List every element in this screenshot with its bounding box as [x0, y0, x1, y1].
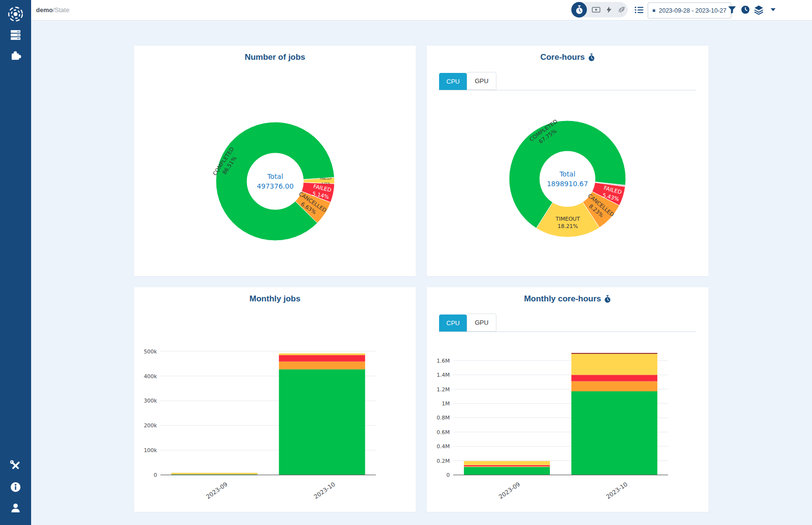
svg-text:0.8M: 0.8M: [437, 415, 450, 421]
metric-toggle-group: [571, 2, 628, 18]
svg-text:2023-09: 2023-09: [497, 481, 521, 500]
puzzle-icon: [10, 49, 21, 61]
svg-text:Total: Total: [559, 170, 576, 178]
svg-text:1M: 1M: [442, 401, 450, 407]
svg-text:0.2M: 0.2M: [437, 458, 450, 464]
sidebar-item-user[interactable]: [10, 502, 21, 514]
corehours-pie-card: Core-hours CPU GPU FAILED5.43%CANCELLED8…: [427, 46, 708, 276]
resources-button[interactable]: [754, 5, 764, 15]
tab-gpu[interactable]: GPU: [467, 72, 496, 90]
list-icon: [634, 5, 644, 15]
sidebar-item-systems[interactable]: [10, 29, 21, 41]
svg-text:2023-09: 2023-09: [205, 481, 229, 500]
jobs-pie-card: Number of jobs TIMEOUT1.71%FAILED5.14%CA…: [134, 46, 416, 276]
caret-down-icon: [771, 8, 776, 11]
svg-text:2023-10: 2023-10: [313, 481, 336, 500]
svg-text:0: 0: [154, 472, 157, 478]
date-range-picker[interactable]: 2023-09-28 - 2023-10-27: [648, 2, 731, 18]
clock-icon: [741, 5, 750, 15]
svg-text:300k: 300k: [144, 398, 158, 404]
svg-text:400k: 400k: [144, 373, 158, 380]
svg-text:Total: Total: [267, 173, 283, 180]
calendar-icon: [653, 6, 655, 15]
svg-text:0.6M: 0.6M: [437, 429, 450, 436]
svg-text:1.4M: 1.4M: [437, 372, 450, 378]
tab-cpu[interactable]: CPU: [439, 73, 467, 90]
filter-icon: [727, 5, 737, 15]
sidebar-item-info[interactable]: [10, 482, 21, 493]
svg-text:200k: 200k: [144, 422, 158, 429]
more-options-button[interactable]: [771, 8, 776, 11]
metric-banknote-button[interactable]: [591, 5, 601, 14]
layers-icon: [754, 5, 764, 15]
tab-cpu[interactable]: CPU: [439, 315, 467, 332]
bolt-icon: [605, 5, 613, 14]
svg-text:0: 0: [446, 472, 450, 478]
tab-gpu[interactable]: GPU: [467, 314, 496, 332]
monthly-jobs-card: Monthly jobs 0100k200k300k400k500k2023-0…: [134, 287, 416, 512]
info-icon: [10, 482, 21, 493]
user-icon: [10, 502, 21, 514]
sidebar-item-plugins[interactable]: [10, 49, 21, 61]
duration-button[interactable]: [741, 5, 750, 15]
svg-text:500k: 500k: [144, 349, 158, 355]
svg-text:1.2M: 1.2M: [437, 386, 450, 393]
date-range-value: 2023-09-28 - 2023-10-27: [659, 7, 726, 14]
svg-text:2023-10: 2023-10: [605, 481, 629, 500]
metric-energy-button[interactable]: [605, 5, 613, 14]
tools-icon: [10, 460, 22, 472]
svg-text:497376.00: 497376.00: [257, 182, 294, 190]
svg-text:1898910.67: 1898910.67: [547, 180, 588, 188]
header-divider: [621, 4, 622, 16]
app-logo[interactable]: [6, 5, 25, 23]
job-list-button[interactable]: [634, 5, 644, 15]
filter-button[interactable]: [727, 5, 737, 15]
monthly-jobs-bar-chart[interactable]: 0100k200k300k400k500k2023-092023-10: [134, 287, 416, 512]
server-stack-icon: [10, 29, 21, 41]
breadcrumb: demo/State: [36, 6, 70, 14]
jobs-donut-chart[interactable]: TIMEOUT1.71%FAILED5.14%CANCELLED6.63%COM…: [134, 46, 416, 276]
metric-timer-button[interactable]: [571, 2, 587, 18]
monthly-corehours-card: Monthly core-hours CPU GPU 00.2M0.4M0.6M…: [427, 287, 708, 512]
stopwatch-icon: [575, 5, 583, 14]
topbar: demo/State: [31, 0, 812, 20]
banknote-icon: [591, 5, 601, 14]
unit-tabs: CPU GPU: [439, 72, 696, 90]
svg-text:1.6M: 1.6M: [437, 358, 450, 364]
breadcrumb-page: /State: [53, 6, 70, 14]
unit-tabs: CPU GPU: [439, 314, 696, 332]
svg-text:100k: 100k: [144, 447, 158, 454]
sidebar-item-settings[interactable]: [10, 460, 22, 472]
breadcrumb-project[interactable]: demo: [36, 6, 53, 14]
app-logo-icon: [6, 5, 25, 23]
svg-text:0.4M: 0.4M: [437, 443, 450, 450]
sidebar: [0, 0, 31, 525]
